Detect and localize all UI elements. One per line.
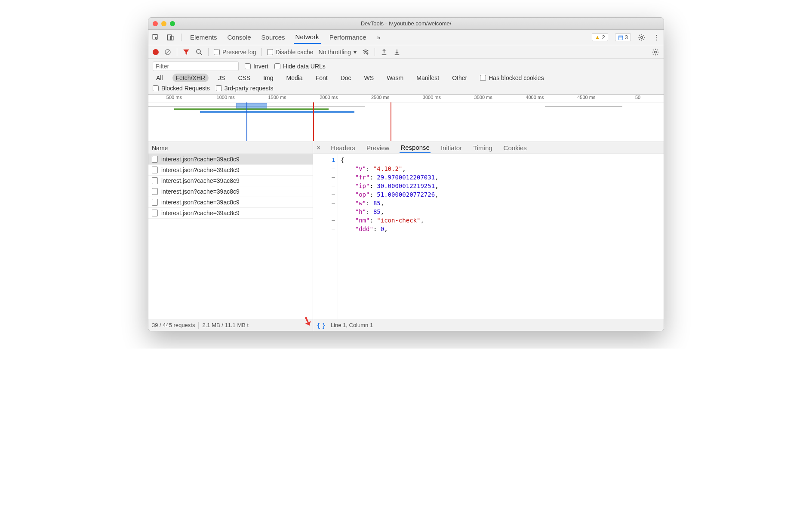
- preserve-log-checkbox[interactable]: Preserve log: [214, 49, 256, 56]
- cursor-position: Line 1, Column 1: [331, 322, 373, 328]
- download-har-icon[interactable]: [393, 48, 401, 56]
- inspect-icon[interactable]: [152, 34, 160, 41]
- messages-badge[interactable]: ▤3: [615, 33, 631, 41]
- clear-icon[interactable]: [164, 48, 172, 56]
- warning-icon: ▲: [595, 34, 600, 40]
- transfer-summary: 2.1 MB / 11.1 MB t: [202, 322, 249, 328]
- filter-bar: Invert Hide data URLs AllFetch/XHRJSCSSI…: [148, 59, 664, 95]
- filter-type-other[interactable]: Other: [449, 74, 471, 82]
- request-name: interest.json?cache=39ac8c9: [161, 210, 240, 216]
- filter-type-font[interactable]: Font: [312, 74, 331, 82]
- filter-type-js[interactable]: JS: [215, 74, 228, 82]
- has-blocked-cookies-checkbox[interactable]: Has blocked cookies: [480, 74, 544, 81]
- tab-elements[interactable]: Elements: [188, 31, 219, 43]
- message-icon: ▤: [618, 34, 623, 40]
- svg-point-3: [641, 36, 643, 38]
- detail-pane: × HeadersPreviewResponseInitiatorTimingC…: [313, 142, 664, 331]
- filter-icon[interactable]: [182, 48, 190, 56]
- request-name: interest.json?cache=39ac8c9: [161, 188, 240, 195]
- request-row[interactable]: interest.json?cache=39ac8c9: [148, 165, 313, 176]
- file-icon: [152, 177, 158, 184]
- filter-type-doc[interactable]: Doc: [337, 74, 355, 82]
- third-party-checkbox[interactable]: 3rd-party requests: [216, 85, 274, 92]
- detail-footer: ➘ { } Line 1, Column 1: [313, 319, 664, 331]
- titlebar: DevTools - tv.youtube.com/welcome/: [148, 18, 664, 30]
- disable-cache-checkbox[interactable]: Disable cache: [267, 49, 314, 56]
- chevron-down-icon: ▾: [354, 49, 357, 56]
- filter-type-ws[interactable]: WS: [361, 74, 378, 82]
- devtools-window: DevTools - tv.youtube.com/welcome/ Eleme…: [148, 17, 664, 331]
- network-toolbar: Preserve log Disable cache No throttling…: [148, 45, 664, 59]
- column-header-name[interactable]: Name: [148, 142, 313, 154]
- detail-tabs: × HeadersPreviewResponseInitiatorTimingC…: [313, 142, 664, 154]
- svg-line-5: [166, 50, 170, 54]
- tab-network[interactable]: Network: [294, 31, 321, 44]
- file-icon: [152, 156, 158, 163]
- filter-type-css[interactable]: CSS: [234, 74, 254, 82]
- search-icon[interactable]: [195, 48, 203, 56]
- requests-pane: Name interest.json?cache=39ac8c9interest…: [148, 142, 313, 331]
- request-name: interest.json?cache=39ac8c9: [161, 156, 240, 163]
- device-toolbar-icon[interactable]: [166, 34, 174, 41]
- filter-type-all[interactable]: All: [153, 74, 166, 82]
- request-row[interactable]: interest.json?cache=39ac8c9: [148, 186, 313, 197]
- svg-line-7: [200, 53, 202, 55]
- warnings-badge[interactable]: ▲2: [592, 33, 608, 41]
- panes: Name interest.json?cache=39ac8c9interest…: [148, 142, 664, 331]
- response-body[interactable]: 1–––––––– { "v": "4.10.2", "fr": 29.9700…: [313, 154, 664, 319]
- request-row[interactable]: interest.json?cache=39ac8c9: [148, 208, 313, 219]
- request-row[interactable]: interest.json?cache=39ac8c9: [148, 154, 313, 165]
- window-title: DevTools - tv.youtube.com/welcome/: [148, 20, 664, 27]
- svg-point-8: [367, 53, 368, 54]
- request-name: interest.json?cache=39ac8c9: [161, 177, 240, 184]
- timeline[interactable]: 500 ms1000 ms1500 ms2000 ms2500 ms3000 m…: [148, 95, 664, 142]
- filter-input[interactable]: [153, 62, 239, 71]
- hide-data-urls-checkbox[interactable]: Hide data URLs: [274, 63, 326, 70]
- detail-tab-cookies[interactable]: Cookies: [503, 143, 528, 153]
- svg-point-6: [197, 49, 200, 53]
- file-icon: [152, 188, 158, 195]
- request-name: interest.json?cache=39ac8c9: [161, 199, 240, 206]
- detail-tab-timing[interactable]: Timing: [472, 143, 493, 153]
- file-icon: [152, 199, 158, 206]
- tab-performance[interactable]: Performance: [328, 31, 368, 43]
- svg-point-9: [655, 51, 657, 53]
- request-row[interactable]: interest.json?cache=39ac8c9: [148, 197, 313, 208]
- filter-type-manifest[interactable]: Manifest: [413, 74, 443, 82]
- filter-type-wasm[interactable]: Wasm: [383, 74, 407, 82]
- record-icon[interactable]: [153, 49, 159, 55]
- detail-tab-response[interactable]: Response: [400, 142, 431, 153]
- tab-console[interactable]: Console: [226, 31, 253, 43]
- status-footer: 39 / 445 requests 2.1 MB / 11.1 MB t: [148, 319, 313, 331]
- requests-summary: 39 / 445 requests: [152, 322, 195, 328]
- filter-type-img[interactable]: Img: [260, 74, 277, 82]
- settings-icon[interactable]: [638, 34, 646, 41]
- file-icon: [152, 210, 158, 216]
- more-icon[interactable]: ⋮: [652, 34, 660, 41]
- request-list: interest.json?cache=39ac8c9interest.json…: [148, 154, 313, 319]
- detail-tab-headers[interactable]: Headers: [330, 143, 356, 153]
- tab-sources[interactable]: Sources: [260, 31, 287, 43]
- file-icon: [152, 167, 158, 173]
- upload-har-icon[interactable]: [380, 48, 388, 56]
- invert-checkbox[interactable]: Invert: [245, 63, 268, 70]
- detail-tab-preview[interactable]: Preview: [366, 143, 390, 153]
- network-settings-icon[interactable]: [652, 48, 659, 56]
- request-row[interactable]: interest.json?cache=39ac8c9: [148, 176, 313, 186]
- close-icon[interactable]: ×: [317, 144, 320, 152]
- detail-tab-initiator[interactable]: Initiator: [440, 143, 463, 153]
- more-tabs-icon[interactable]: »: [375, 34, 383, 41]
- request-name: interest.json?cache=39ac8c9: [161, 167, 240, 173]
- filter-type-media[interactable]: Media: [283, 74, 306, 82]
- network-conditions-icon[interactable]: [362, 48, 369, 56]
- pretty-print-icon[interactable]: { }: [317, 321, 326, 329]
- main-tabbar: ElementsConsoleSourcesNetworkPerformance…: [148, 30, 664, 45]
- throttling-select[interactable]: No throttling▾: [319, 49, 357, 56]
- blocked-requests-checkbox[interactable]: Blocked Requests: [153, 85, 210, 92]
- filter-type-fetch-xhr[interactable]: Fetch/XHR: [172, 74, 209, 82]
